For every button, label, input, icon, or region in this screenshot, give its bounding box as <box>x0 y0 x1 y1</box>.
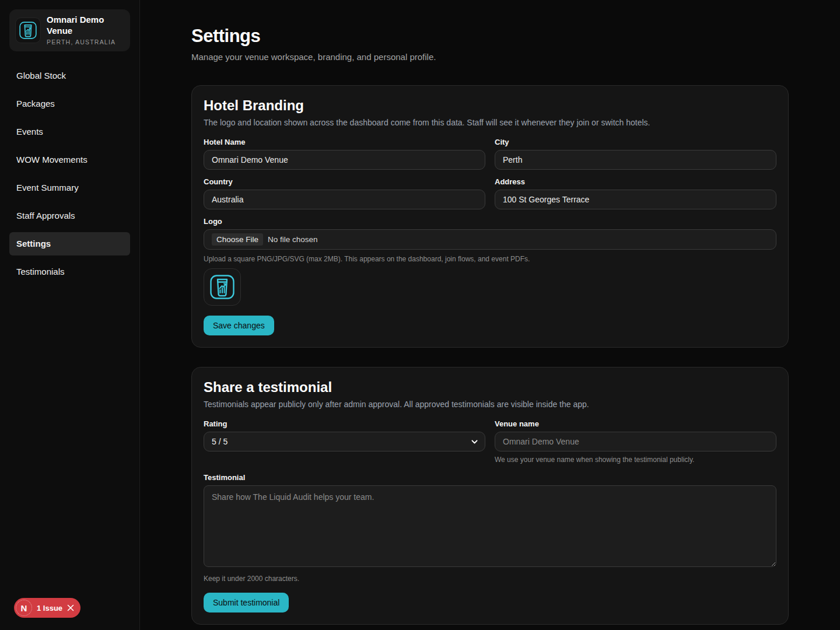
country-input[interactable] <box>204 190 485 209</box>
no-file-chosen-text: No file chosen <box>268 235 318 244</box>
sidebar-item-testimonials[interactable]: Testimonials <box>9 260 130 284</box>
venue-logo-icon <box>15 18 41 43</box>
sidebar-item-settings[interactable]: Settings <box>9 232 130 256</box>
city-label: City <box>495 138 776 146</box>
issue-count-label: 1 Issue <box>37 604 62 612</box>
city-field-group: City <box>495 138 776 170</box>
address-label: Address <box>495 177 776 186</box>
sidebar-item-packages[interactable]: Packages <box>9 92 130 116</box>
main-content: Settings Manage your venue workspace, br… <box>140 0 840 630</box>
rating-field-group: Rating 5 / 5 <box>204 419 485 464</box>
sidebar-nav: Global Stock Packages Events WOW Movemen… <box>9 64 130 284</box>
venue-card[interactable]: Omnari Demo Venue PERTH, AUSTRALIA <box>9 9 130 51</box>
city-input[interactable] <box>495 150 776 170</box>
testimonial-card-subtitle: Testimonials appear publicly only after … <box>204 400 776 409</box>
address-field-group: Address <box>495 177 776 209</box>
logo-field-group: Logo Choose File No file chosen Upload a… <box>204 217 776 306</box>
branding-card-subtitle: The logo and location shown across the d… <box>204 118 776 127</box>
sidebar: Omnari Demo Venue PERTH, AUSTRALIA Globa… <box>0 0 140 630</box>
logo-file-input[interactable]: Choose File No file chosen <box>204 229 776 250</box>
sidebar-item-staff-approvals[interactable]: Staff Approvals <box>9 204 130 228</box>
hotel-name-field-group: Hotel Name <box>204 138 485 170</box>
submit-testimonial-button[interactable]: Submit testimonial <box>204 593 289 612</box>
sidebar-item-global-stock[interactable]: Global Stock <box>9 64 130 88</box>
testimonial-label: Testimonial <box>204 473 776 482</box>
country-label: Country <box>204 177 485 186</box>
venue-name-input[interactable] <box>495 432 776 452</box>
testimonial-textarea[interactable] <box>204 485 776 567</box>
dev-issues-badge[interactable]: N 1 Issue <box>14 598 80 618</box>
branding-card-title: Hotel Branding <box>204 97 776 114</box>
page-title: Settings <box>191 26 789 47</box>
hotel-branding-card: Hotel Branding The logo and location sho… <box>191 85 789 348</box>
testimonial-card-title: Share a testimonial <box>204 379 776 396</box>
venue-name: Omnari Demo Venue <box>47 15 124 37</box>
choose-file-button[interactable]: Choose File <box>212 233 263 246</box>
testimonial-length-hint: Keep it under 2000 characters. <box>204 575 776 583</box>
app-root: Omnari Demo Venue PERTH, AUSTRALIA Globa… <box>0 0 840 630</box>
testimonial-card: Share a testimonial Testimonials appear … <box>191 367 789 625</box>
logo-preview-image <box>204 268 241 306</box>
address-input[interactable] <box>495 190 776 209</box>
page-subtitle: Manage your venue workspace, branding, a… <box>191 52 789 62</box>
venue-location: PERTH, AUSTRALIA <box>47 38 124 46</box>
sidebar-item-event-summary[interactable]: Event Summary <box>9 176 130 200</box>
sidebar-item-events[interactable]: Events <box>9 120 130 144</box>
hotel-name-input[interactable] <box>204 150 485 170</box>
venue-name-field-group: Venue name We use your venue name when s… <box>495 419 776 464</box>
country-field-group: Country <box>204 177 485 209</box>
logo-upload-hint: Upload a square PNG/JPG/SVG (max 2MB). T… <box>204 255 776 263</box>
rating-label: Rating <box>204 419 485 428</box>
venue-name-label: Venue name <box>495 419 776 428</box>
save-changes-button[interactable]: Save changes <box>204 316 274 335</box>
logo-label: Logo <box>204 217 776 226</box>
close-icon[interactable] <box>67 604 74 611</box>
testimonial-field-group: Testimonial Keep it under 2000 character… <box>204 473 776 583</box>
venue-meta: Omnari Demo Venue PERTH, AUSTRALIA <box>47 15 124 46</box>
venue-name-hint: We use your venue name when showing the … <box>495 456 776 464</box>
rating-select[interactable]: 5 / 5 <box>204 432 485 452</box>
hotel-name-label: Hotel Name <box>204 138 485 146</box>
sidebar-item-wow-movements[interactable]: WOW Movements <box>9 148 130 172</box>
nextjs-logo-icon: N <box>16 600 32 616</box>
